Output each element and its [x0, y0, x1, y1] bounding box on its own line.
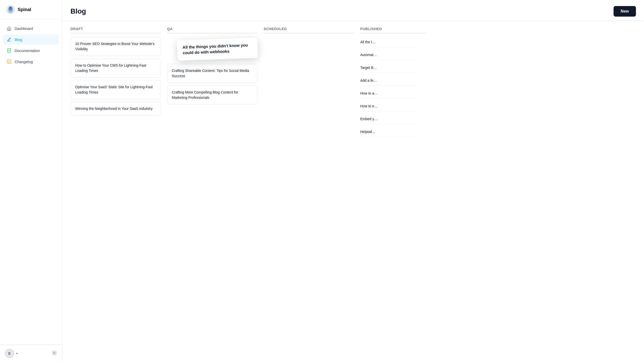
sidebar-item-dashboard[interactable]: Dashboard: [3, 23, 59, 33]
card-title: Crafting Shareable Content: Tips for Soc…: [172, 69, 249, 78]
table-row[interactable]: 10 Proven SEO Strategies to Boost Your W…: [70, 37, 161, 56]
card-title: 10 Proven SEO Strategies to Boost Your W…: [75, 42, 154, 51]
svg-rect-4: [9, 29, 10, 30]
list-item[interactable]: How to a…: [360, 88, 416, 99]
tooltip-text: All the things you didn't know you could…: [182, 43, 248, 55]
list-item[interactable]: Add a fe…: [360, 75, 416, 86]
user-area[interactable]: E ▾: [5, 349, 18, 358]
avatar: E: [5, 349, 14, 358]
sidebar-footer: E ▾: [0, 345, 62, 362]
draft-card-list: 10 Proven SEO Strategies to Boost Your W…: [70, 37, 161, 116]
column-header-draft: Draft: [70, 27, 161, 33]
column-header-published: Published: [360, 27, 426, 33]
table-row[interactable]: Optimise Your SaaS' Static Site for Ligh…: [70, 80, 161, 99]
qa-card-list: All the things you didn't know you could…: [167, 37, 258, 105]
changelog-icon: [7, 59, 12, 64]
sidebar-item-label-documentation: Documentation: [15, 49, 40, 53]
column-draft: Draft 10 Proven SEO Strategies to Boost …: [70, 27, 161, 356]
home-icon: [7, 26, 12, 31]
app-logo-icon: [6, 5, 15, 14]
list-item[interactable]: Helptail…: [360, 127, 416, 137]
column-published: Published All the t… Automat… Target B… …: [360, 27, 426, 356]
sidebar-item-documentation[interactable]: Documentation: [3, 46, 59, 56]
main-content: Blog New Draft 10 Proven SEO Strategies …: [62, 0, 644, 362]
published-items-list: All the t… Automat… Target B… Add a fe… …: [360, 37, 426, 137]
list-item[interactable]: How to e…: [360, 101, 416, 111]
card-title: Crafting More Compelling Blog Content fo…: [172, 90, 238, 100]
svg-point-7: [54, 352, 55, 354]
card-title: Winning the Neighborhood in Your SaaS in…: [75, 107, 152, 111]
svg-rect-6: [7, 60, 11, 63]
main-nav: Dashboard Blog Documentation: [0, 19, 62, 345]
table-row[interactable]: How to Optimise Your CMS for Lightning-F…: [70, 59, 161, 78]
column-scheduled: Scheduled: [264, 27, 354, 356]
kanban-board: Draft 10 Proven SEO Strategies to Boost …: [62, 21, 644, 362]
settings-icon[interactable]: [52, 350, 57, 357]
page-title: Blog: [70, 7, 86, 15]
new-button[interactable]: New: [614, 6, 636, 17]
list-item[interactable]: Embed y…: [360, 114, 416, 124]
doc-icon: [7, 48, 12, 53]
sidebar-item-blog[interactable]: Blog: [3, 34, 59, 44]
sidebar-item-label-changelog: Changelog: [15, 60, 33, 64]
tooltip-card: All the things you didn't know you could…: [177, 37, 258, 61]
table-row[interactable]: Crafting Shareable Content: Tips for Soc…: [167, 64, 258, 83]
column-header-qa: QA: [167, 27, 258, 33]
chevron-down-icon[interactable]: ▾: [16, 352, 18, 355]
table-row[interactable]: Crafting More Compelling Blog Content fo…: [167, 85, 258, 105]
edit-icon: [7, 37, 12, 42]
sidebar-item-changelog[interactable]: Changelog: [3, 57, 59, 67]
svg-point-3: [10, 7, 12, 9]
sidebar-item-label-dashboard: Dashboard: [15, 26, 33, 31]
app-name: Spinal: [18, 7, 31, 12]
column-qa: QA All the things you didn't know you co…: [167, 27, 258, 356]
table-row[interactable]: Winning the Neighborhood in Your SaaS in…: [70, 102, 161, 116]
card-title: How to Optimise Your CMS for Lightning-F…: [75, 63, 146, 73]
card-title: Optimise Your SaaS' Static Site for Ligh…: [75, 85, 153, 94]
sidebar: Spinal Dashboard Blog: [0, 0, 62, 362]
list-item[interactable]: All the t…: [360, 37, 416, 47]
sidebar-item-label-blog: Blog: [15, 37, 22, 42]
logo-area: Spinal: [0, 0, 62, 19]
main-header: Blog New: [62, 0, 644, 21]
column-header-scheduled: Scheduled: [264, 27, 354, 33]
list-item[interactable]: Automat…: [360, 50, 416, 60]
list-item[interactable]: Target B…: [360, 63, 416, 73]
